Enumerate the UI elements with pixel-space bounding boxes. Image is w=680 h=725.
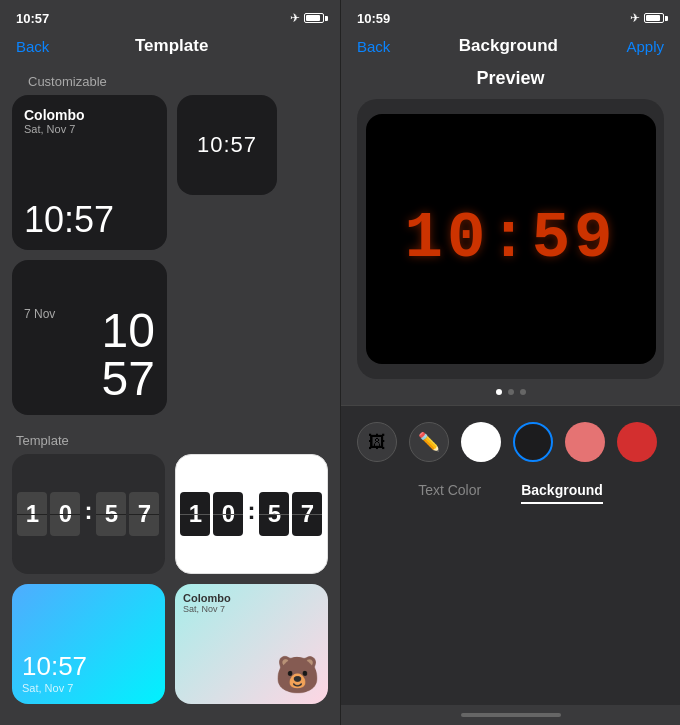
dot-3[interactable] [520,389,526,395]
right-status-bar: 10:59 ✈ [341,0,680,32]
left-status-icons: ✈ [290,11,324,25]
w3-date: 7 Nov [24,307,55,321]
preview-label: Preview [341,68,680,89]
image-icon: 🖼 [368,432,386,453]
w1-header: Colombo Sat, Nov 7 [24,107,155,135]
template-grid-gradient: 10:57 Sat, Nov 7 Colombo Sat, Nov 7 🐻 [12,584,328,704]
right-back-button[interactable]: Back [357,38,390,55]
customizable-label: Customizable [12,66,328,95]
home-bar [461,713,561,717]
left-nav: Back Template [0,32,340,66]
left-back-button[interactable]: Back [16,38,49,55]
flip-d2: 0 [50,492,80,536]
color-swatch-red[interactable] [617,422,657,462]
widget-gradient-blue[interactable]: 10:57 Sat, Nov 7 [12,584,165,704]
dot-1[interactable] [496,389,502,395]
flip-w3: 5 [259,492,289,536]
left-nav-title: Template [135,36,208,56]
flip-w4: 7 [292,492,322,536]
tab-text-color[interactable]: Text Color [418,482,481,504]
flip-d3: 5 [96,492,126,536]
widget-flip-white[interactable]: 1 0 : 5 7 [175,454,328,574]
right-nav-title: Background [459,36,558,56]
flip-sep-dark: : [84,497,92,531]
image-picker-button[interactable]: 🖼 [357,422,397,462]
w1-time: 10:57 [24,202,155,238]
dots-indicator [341,389,680,395]
flip-w2: 0 [213,492,243,536]
home-indicator [341,705,680,725]
templates-scroll: Customizable Colombo Sat, Nov 7 10:57 10… [0,66,340,725]
right-nav: Back Background Apply [341,32,680,64]
customizable-grid: Colombo Sat, Nov 7 10:57 10:57 [12,95,328,250]
widget-date-time[interactable]: 7 Nov 10 57 [12,260,167,415]
color-swatch-salmon[interactable] [565,422,605,462]
right-status-time: 10:59 [357,11,390,26]
w2-time: 10:57 [197,132,257,158]
right-panel: 10:59 ✈ Back Background Apply Preview 10… [341,0,680,725]
gw2-date: Sat, Nov 7 [183,604,320,614]
w3-min: 57 [102,355,155,403]
w1-location: Colombo [24,107,155,123]
left-status-time: 10:57 [16,11,49,26]
right-status-icons: ✈ [630,11,664,25]
widget-cartoon[interactable]: Colombo Sat, Nov 7 🐻 [175,584,328,704]
battery-icon [304,13,324,23]
flip-d4: 7 [129,492,159,536]
color-swatch-white[interactable] [461,422,501,462]
apply-button[interactable]: Apply [626,38,664,55]
gw2-location: Colombo [183,592,320,604]
gw-time: 10:57 [22,651,155,682]
preview-container: 10:59 [357,99,664,379]
tab-background[interactable]: Background [521,482,603,504]
widget-colombo[interactable]: Colombo Sat, Nov 7 10:57 [12,95,167,250]
w3-row: 7 Nov 10 [24,307,155,355]
flip-d1: 1 [17,492,47,536]
airplane-icon: ✈ [290,11,300,25]
flip-w1: 1 [180,492,210,536]
color-swatches: 🖼 ✏️ [357,422,664,462]
w1-date: Sat, Nov 7 [24,123,155,135]
color-swatch-dark[interactable] [513,422,553,462]
widget-flip-dark[interactable]: 1 0 : 5 7 [12,454,165,574]
gw-date: Sat, Nov 7 [22,682,155,694]
dot-2[interactable] [508,389,514,395]
w3-hour: 10 [102,307,155,355]
right-battery-icon [644,13,664,23]
widget-digital-small[interactable]: 10:57 [177,95,277,195]
tab-selector: Text Color Background [357,482,664,504]
custom-color-button[interactable]: ✏️ [409,422,449,462]
preview-clock: 10:59 [404,203,616,275]
pen-icon: ✏️ [418,431,440,453]
left-panel: 10:57 ✈ Back Template Customizable Colom… [0,0,340,725]
flip-sep-white: : [247,497,255,531]
preview-inner: 10:59 [366,114,656,364]
left-status-bar: 10:57 ✈ [0,0,340,32]
bear-icon: 🐻 [275,654,320,696]
template-grid-flip: 1 0 : 5 7 1 0 : 5 7 [12,454,328,574]
color-picker-area: 🖼 ✏️ Text Color Background [341,405,680,705]
right-airplane-icon: ✈ [630,11,640,25]
template-section-label: Template [12,425,328,454]
